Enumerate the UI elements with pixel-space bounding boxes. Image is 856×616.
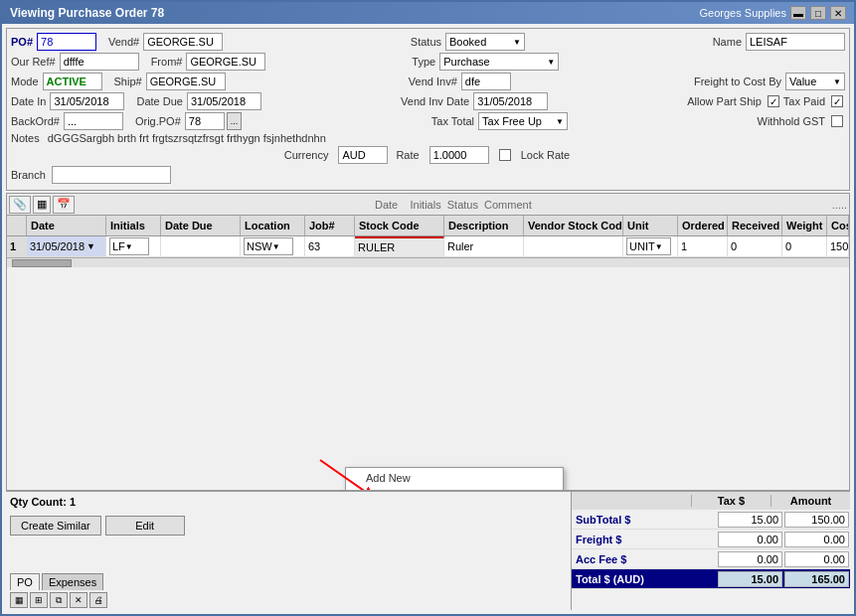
origpo-dots-button[interactable]: ... bbox=[227, 112, 243, 130]
scrollbar-thumb[interactable] bbox=[12, 259, 72, 267]
col-header-unit[interactable]: Unit bbox=[623, 216, 678, 235]
name-field[interactable]: LEISAF bbox=[746, 33, 845, 51]
branch-field[interactable] bbox=[52, 166, 171, 184]
vend-field[interactable]: GEORGE.SU bbox=[143, 33, 223, 51]
copy-icon-button[interactable]: ⊞ bbox=[30, 592, 48, 608]
row-date[interactable]: 31/05/2018 ▼ bbox=[27, 236, 106, 256]
paperclip-button[interactable]: 📎 bbox=[9, 196, 31, 214]
col-header-datedue[interactable]: Date Due bbox=[161, 216, 241, 235]
content-area: PO# 78 Vend# GEORGE.SU Status Booked ▼ N… bbox=[2, 24, 854, 614]
row-initials[interactable]: LF ▼ bbox=[106, 236, 161, 256]
form-row-4: Date In 31/05/2018 Date Due 31/05/2018 V… bbox=[11, 92, 845, 110]
row-ordered[interactable]: 1 bbox=[678, 236, 728, 256]
date-button[interactable]: 📅 bbox=[53, 196, 75, 214]
lockrate-label: Lock Rate bbox=[521, 149, 573, 161]
table-row[interactable]: 1 31/05/2018 ▼ LF ▼ NSW ▼ bbox=[7, 236, 849, 257]
backord-field[interactable]: ... bbox=[64, 112, 123, 130]
row-received[interactable]: 0 bbox=[728, 236, 782, 256]
taxpaid-checkbox[interactable] bbox=[831, 95, 843, 107]
tab-po[interactable]: PO bbox=[10, 573, 40, 590]
lockrate-checkbox[interactable] bbox=[499, 149, 511, 161]
col-header-ordered[interactable]: Ordered bbox=[678, 216, 728, 235]
row-weight[interactable]: 0 bbox=[782, 236, 827, 256]
ship-field[interactable]: GEORGE.SU bbox=[146, 73, 226, 90]
po-label: PO# bbox=[11, 36, 35, 48]
row-vendstock[interactable] bbox=[524, 236, 623, 256]
close-button[interactable]: ✕ bbox=[830, 6, 846, 20]
datedue-field[interactable]: 31/05/2018 bbox=[187, 92, 261, 110]
delete-icon-button[interactable]: ✕ bbox=[70, 592, 87, 608]
vendinvdate-field[interactable]: 31/05/2018 bbox=[473, 92, 548, 110]
location-select[interactable]: NSW ▼ bbox=[244, 237, 293, 255]
type-dropdown[interactable]: Purchase ▼ bbox=[439, 53, 559, 71]
row-stockcode[interactable]: RULER bbox=[355, 236, 444, 256]
tab-bar: PO Expenses bbox=[6, 571, 571, 590]
taxtotal-label: Tax Total bbox=[431, 115, 476, 127]
col-header-job[interactable]: Job# bbox=[305, 216, 355, 235]
unit-select[interactable]: UNIT ▼ bbox=[626, 237, 671, 255]
col-header-weight[interactable]: Weight bbox=[782, 216, 827, 235]
initials-select[interactable]: LF ▼ bbox=[109, 237, 149, 255]
vendinv-field[interactable]: dfe bbox=[461, 73, 511, 90]
maximize-button[interactable]: □ bbox=[810, 6, 826, 20]
minimize-button[interactable]: ▬ bbox=[790, 6, 806, 20]
printer-icon-button[interactable]: 🖨 bbox=[89, 592, 107, 608]
summary-subtotal-row: SubTotal $ 15.00 150.00 bbox=[572, 510, 850, 530]
company-name: Georges Supplies bbox=[700, 7, 786, 19]
col-header-location[interactable]: Location bbox=[241, 216, 305, 235]
row-unit[interactable]: UNIT ▼ bbox=[623, 236, 678, 256]
datein-label: Date In bbox=[11, 95, 48, 107]
date-dropdown-arrow[interactable]: ▼ bbox=[86, 241, 95, 251]
freightcostby-dropdown[interactable]: Value ▼ bbox=[785, 73, 845, 90]
origpo-field[interactable]: 78 bbox=[185, 112, 225, 130]
taxtotal-dropdown[interactable]: Tax Free Up ▼ bbox=[478, 112, 568, 130]
rate-field[interactable]: 1.0000 bbox=[429, 146, 489, 164]
col-header-description[interactable]: Description bbox=[444, 216, 524, 235]
type-label: Type bbox=[412, 56, 437, 68]
mode-field: ACTIVE bbox=[43, 73, 102, 90]
taxtotal-arrow: ▼ bbox=[556, 117, 564, 126]
row-datedue[interactable] bbox=[161, 236, 241, 256]
subtotal-tax-value: 15.00 bbox=[718, 512, 782, 528]
status-dropdown[interactable]: Booked ▼ bbox=[445, 33, 525, 51]
row-cost[interactable]: 150.000 bbox=[827, 236, 849, 256]
row-job[interactable]: 63 bbox=[305, 236, 355, 256]
branch-row: Branch bbox=[11, 166, 845, 184]
status-dropdown-arrow: ▼ bbox=[513, 38, 521, 47]
col-header-cost[interactable]: Cost (COG bbox=[827, 216, 849, 235]
col-header-received[interactable]: Received bbox=[728, 216, 782, 235]
ourref-field[interactable]: dfffe bbox=[60, 53, 139, 71]
col-header-date[interactable]: Date bbox=[27, 216, 106, 235]
grid-icon-button[interactable]: ▦ bbox=[10, 592, 28, 608]
withholdgst-checkbox[interactable] bbox=[831, 115, 843, 127]
row-location[interactable]: NSW ▼ bbox=[241, 236, 305, 256]
create-similar-button[interactable]: Create Similar bbox=[10, 516, 101, 536]
row-description[interactable]: Ruler bbox=[444, 236, 524, 256]
freight-amount-value: 0.00 bbox=[784, 532, 849, 547]
menu-add-new[interactable]: Add New bbox=[346, 468, 563, 488]
grid-view-button[interactable]: ▦ bbox=[33, 196, 51, 214]
bottom-right: Tax $ Amount SubTotal $ 15.00 150.00 Fre… bbox=[572, 492, 850, 610]
tab-expenses[interactable]: Expenses bbox=[42, 573, 103, 590]
mode-label: Mode bbox=[11, 76, 41, 87]
allowpartship-checkbox[interactable] bbox=[768, 95, 779, 107]
col-header-stockcode[interactable]: Stock Code bbox=[355, 216, 444, 235]
subtotal-amount-value: 150.00 bbox=[784, 512, 849, 528]
freightcostby-label: Freight to Cost By bbox=[694, 76, 783, 87]
copy2-icon-button[interactable]: ⧉ bbox=[50, 592, 68, 608]
summary-freight-row: Freight $ 0.00 0.00 bbox=[572, 530, 850, 549]
form-row-3: Mode ACTIVE Ship# GEORGE.SU Vend Inv# df… bbox=[11, 73, 845, 90]
accfee-tax-value: 0.00 bbox=[718, 551, 782, 567]
horizontal-scrollbar[interactable] bbox=[7, 257, 849, 267]
from-field[interactable]: GEORGE.SU bbox=[186, 53, 265, 71]
edit-button[interactable]: Edit bbox=[105, 516, 185, 536]
summary-amount-header: Amount bbox=[770, 495, 850, 507]
currency-field[interactable]: AUD bbox=[338, 146, 388, 164]
col-header-nav bbox=[7, 216, 27, 235]
menu-delete[interactable]: Delete bbox=[346, 488, 563, 491]
col-header-vendstock[interactable]: Vendor Stock Code bbox=[524, 216, 623, 235]
col-header-initials[interactable]: Initials bbox=[106, 216, 161, 235]
vendinvdate-label: Vend Inv Date bbox=[401, 95, 471, 107]
po-field[interactable]: 78 bbox=[37, 33, 96, 51]
datein-field[interactable]: 31/05/2018 bbox=[50, 92, 124, 110]
